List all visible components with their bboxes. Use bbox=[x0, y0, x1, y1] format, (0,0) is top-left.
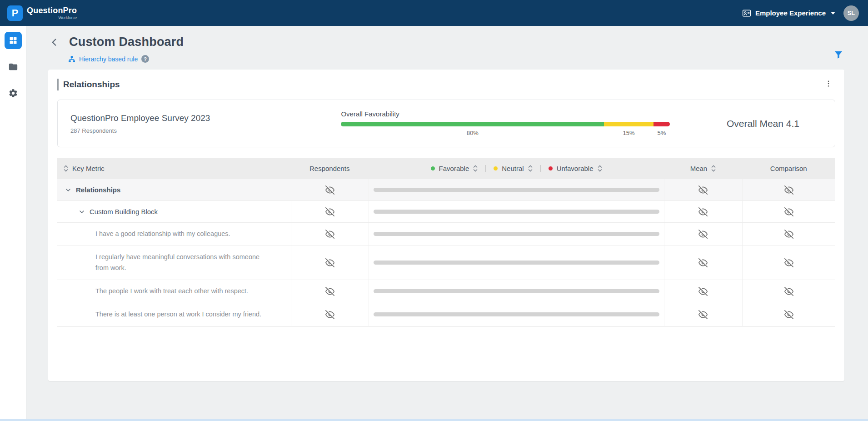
eye-off-icon bbox=[784, 310, 793, 319]
comparison-header-label: Comparison bbox=[770, 165, 807, 172]
chevron-down-icon bbox=[65, 186, 72, 194]
section-title: Relationships bbox=[63, 80, 120, 90]
favorable-segment-label: 80% bbox=[467, 130, 479, 136]
comparison-cell bbox=[742, 201, 835, 222]
favorability-cell bbox=[369, 280, 664, 303]
hierarchy-rule-link[interactable]: Hierarchy based rule ? bbox=[68, 55, 844, 63]
mean-cell bbox=[664, 303, 742, 326]
respondents-cell bbox=[291, 246, 369, 280]
eye-off-icon bbox=[325, 185, 334, 195]
mean-header[interactable]: Mean bbox=[664, 165, 742, 172]
filter-funnel-icon bbox=[833, 50, 843, 60]
dashboard-grid-icon bbox=[9, 36, 18, 45]
sort-icon[interactable] bbox=[528, 165, 533, 172]
workspace-label: Employee Experience bbox=[755, 9, 826, 17]
sidebar-item-dashboards[interactable] bbox=[5, 32, 22, 49]
section-header: Relationships bbox=[57, 79, 835, 90]
neutral-header-label[interactable]: Neutral bbox=[502, 165, 524, 172]
survey-respondents: 287 Respondents bbox=[70, 127, 341, 134]
table-row[interactable]: Custom Building Block bbox=[57, 200, 835, 222]
favorability-placeholder-bar bbox=[374, 312, 660, 316]
key-metric-cell: Relationships bbox=[57, 180, 291, 200]
sidebar-item-settings[interactable] bbox=[5, 85, 22, 102]
comparison-cell bbox=[742, 246, 835, 280]
navbar-right: Employee Experience SL bbox=[742, 5, 859, 21]
table-row[interactable]: The people I work with treat each other … bbox=[57, 280, 835, 303]
avatar[interactable]: SL bbox=[843, 5, 859, 21]
eye-off-icon bbox=[784, 207, 793, 216]
eye-off-icon bbox=[698, 287, 708, 296]
eye-off-icon bbox=[698, 207, 708, 216]
row-label: There is at least one person at work I c… bbox=[95, 309, 261, 320]
hierarchy-icon bbox=[68, 55, 75, 63]
comparison-header: Comparison bbox=[742, 165, 835, 172]
respondents-cell bbox=[291, 303, 369, 326]
key-metric-cell: The people I work with treat each other … bbox=[57, 280, 291, 303]
eye-off-icon bbox=[698, 258, 708, 267]
help-glyph: ? bbox=[144, 56, 147, 62]
help-icon[interactable]: ? bbox=[141, 55, 149, 63]
sort-icon[interactable] bbox=[64, 165, 68, 172]
brand-name: QuestionPro bbox=[27, 6, 77, 15]
unfavorable-segment bbox=[653, 122, 670, 126]
row-label: The people I work with treat each other … bbox=[95, 286, 248, 297]
hierarchy-rule-label: Hierarchy based rule bbox=[79, 55, 138, 63]
respondents-cell bbox=[291, 280, 369, 303]
sidebar-item-folders[interactable] bbox=[5, 58, 22, 75]
page-header: Custom Dashboard Hierarchy based rule ? bbox=[48, 32, 844, 63]
back-button[interactable] bbox=[48, 36, 60, 48]
table-header-row: Key Metric Respondents Favorable Neutral… bbox=[57, 158, 835, 179]
respondents-header-label: Respondents bbox=[309, 165, 349, 172]
left-sidebar bbox=[0, 26, 26, 421]
comparison-cell bbox=[742, 280, 835, 303]
respondents-cell bbox=[291, 179, 369, 200]
chevron-left-icon bbox=[48, 36, 60, 48]
favorability-placeholder-bar bbox=[374, 210, 660, 214]
brand-logo-letter: P bbox=[12, 7, 19, 19]
top-navbar: P QuestionPro Workforce Employee Experie… bbox=[0, 0, 868, 26]
workspace-switcher[interactable]: Employee Experience bbox=[742, 9, 835, 18]
brand-text: QuestionPro Workforce bbox=[27, 6, 77, 20]
eye-off-icon bbox=[325, 310, 334, 319]
survey-summary: QuestionPro Employee Survey 2023 287 Res… bbox=[57, 100, 835, 147]
row-expand-chevron[interactable] bbox=[78, 208, 85, 216]
filter-button[interactable] bbox=[833, 50, 843, 61]
sort-icon[interactable] bbox=[473, 165, 478, 172]
table-row[interactable]: Relationships bbox=[57, 179, 835, 200]
respondents-cell bbox=[291, 201, 369, 222]
favorable-header-label[interactable]: Favorable bbox=[439, 165, 469, 172]
mean-cell bbox=[664, 223, 742, 246]
table-row[interactable]: I regularly have meaningful conversation… bbox=[57, 246, 835, 280]
row-label: I regularly have meaningful conversation… bbox=[95, 252, 264, 274]
key-metric-header[interactable]: Key Metric bbox=[57, 165, 291, 172]
bottom-scroll-strip[interactable] bbox=[0, 419, 868, 421]
respondents-header: Respondents bbox=[291, 165, 369, 172]
brand[interactable]: P QuestionPro Workforce bbox=[7, 5, 77, 21]
eye-off-icon bbox=[325, 258, 334, 267]
overall-mean: Overall Mean 4.1 bbox=[704, 118, 822, 129]
eye-off-icon bbox=[784, 258, 793, 267]
table-row[interactable]: I have a good relationship with my colle… bbox=[57, 222, 835, 246]
eye-off-icon bbox=[325, 230, 334, 239]
header-divider bbox=[485, 165, 486, 172]
eye-off-icon bbox=[698, 310, 708, 319]
unfavorable-header-label[interactable]: Unfavorable bbox=[557, 165, 594, 172]
sort-icon[interactable] bbox=[598, 165, 602, 172]
table-row[interactable]: There is at least one person at work I c… bbox=[57, 303, 835, 326]
favorability-labels: 80%15%5% bbox=[341, 129, 670, 137]
folder-icon bbox=[8, 62, 18, 72]
mean-cell bbox=[664, 246, 742, 280]
sort-icon[interactable] bbox=[711, 165, 716, 172]
comparison-cell bbox=[742, 179, 835, 200]
brand-logo-icon: P bbox=[7, 5, 23, 21]
eye-off-icon bbox=[325, 287, 334, 296]
key-metric-table: Key Metric Respondents Favorable Neutral… bbox=[57, 158, 835, 326]
favorability-cell bbox=[369, 179, 664, 200]
eye-off-icon bbox=[784, 185, 793, 195]
key-metric-cell: I regularly have meaningful conversation… bbox=[57, 246, 291, 280]
row-expand-chevron[interactable] bbox=[65, 186, 72, 194]
dashboard-widget-card: Relationships QuestionPro Employee Surve… bbox=[48, 70, 844, 381]
unfavorable-segment-label: 5% bbox=[658, 130, 666, 136]
widget-menu-button[interactable] bbox=[822, 79, 835, 90]
employee-experience-icon bbox=[742, 9, 751, 18]
